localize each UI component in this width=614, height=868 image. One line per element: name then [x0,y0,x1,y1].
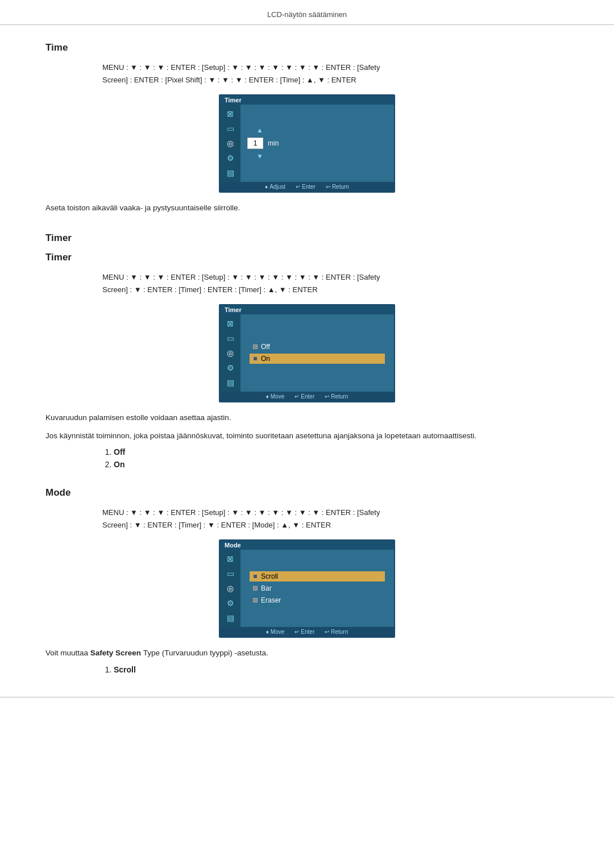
return-label: Return [332,184,349,190]
mode-item-eraser: Eraser [250,595,385,605]
timer-lcd-body: ⊠ ▭ ◎ ⚙ ▤ Off [220,314,394,392]
timer-lcd-screen: Timer ⊠ ▭ ◎ ⚙ ▤ Off [219,304,395,402]
timer-lcd-sidebar: ⊠ ▭ ◎ ⚙ ▤ [220,314,240,392]
timer-sidebar-icon-1: ⊠ [227,319,234,328]
timer-description1: Kuvaruudun palamisen estolle voidaan ase… [45,412,569,424]
timer-lcd-bottom-bar: ♦ Move ↵ Enter ↩ Return [220,392,394,401]
mode-list-item-scroll: Scroll [114,665,569,674]
enter-label: Enter [302,184,316,190]
time-bar-return: ↩ Return [326,184,349,190]
mode-item-scroll: Scroll [250,571,385,582]
timer-bar-enter: ↵ Enter [294,393,314,400]
timer-list-item-off: Off [114,447,569,456]
timer-move-label: Move [271,393,284,400]
mode-list: Scroll Bar Eraser [247,568,387,609]
mode-item-eraser-label: Eraser [261,596,281,604]
mode-lcd-bottom-bar: ♦ Move ↵ Enter ↩ Return [220,627,394,637]
timer-item-off-dot [253,344,258,349]
time-menu-path: MENU : ▼ : ▼ : ▼ : ENTER : [Setup] : ▼ :… [45,61,569,86]
timer-sidebar-icon-3: ◎ [227,348,234,358]
mode-lcd-sidebar: ⊠ ▭ ◎ ⚙ ▤ [220,550,240,627]
timer-section: Timer MENU : ▼ : ▼ : ▼ : ENTER : [Setup]… [45,252,569,469]
mode-item-eraser-dot [253,598,258,603]
mode-bar-enter: ↵ Enter [294,629,314,635]
mode-list-scroll-label: Scroll [114,665,136,674]
mode-enter-label: Enter [301,629,314,635]
timer-sidebar-icon-2: ▭ [227,334,234,343]
timer-enter-icon: ↵ [294,393,299,400]
timer-bar-move: ♦ Move [266,393,285,400]
mode-sidebar-icon-5: ▤ [227,613,234,622]
timer-sidebar-icon-5: ▤ [227,378,234,387]
mode-item-scroll-label: Scroll [261,572,278,580]
time-lcd-wrapper: Timer ⊠ ▭ ◎ ⚙ ▤ ▲ 1 min [45,94,569,193]
timer-move-icon: ♦ [266,393,269,400]
mode-return-icon: ↩ [325,629,329,635]
page-content: Time MENU : ▼ : ▼ : ▼ : ENTER : [Setup] … [0,42,614,674]
mode-lcd-screen: Mode ⊠ ▭ ◎ ⚙ ▤ Scroll [219,539,395,638]
timer-lcd-title: Timer [220,305,394,314]
timer-item-off: Off [250,342,385,352]
sidebar-icon-1: ⊠ [227,109,234,118]
sidebar-icon-5: ▤ [227,168,234,177]
timer-numbered-list: Off On [45,447,569,469]
mode-lcd-body: ⊠ ▭ ◎ ⚙ ▤ Scroll [220,550,394,627]
mode-sidebar-icon-2: ▭ [227,569,234,578]
mode-item-bar-label: Bar [261,584,272,592]
time-lcd-sidebar: ⊠ ▭ ◎ ⚙ ▤ [220,105,240,182]
time-menu-path-line1: MENU : ▼ : ▼ : ▼ : ENTER : [Setup] : ▼ :… [102,63,380,72]
mode-sidebar-icon-4: ⚙ [227,599,234,608]
time-menu-path-line2: Screen] : ENTER : [Pixel Shift] : ▼ : ▼ … [102,76,356,84]
timer-item-on: On [250,354,385,364]
timer-item-off-label: Off [261,343,270,351]
mode-sidebar-icon-1: ⊠ [227,554,234,563]
mode-menu-path-line2: Screen] : ▼ : ENTER : [Timer] : ▼ : ENTE… [102,521,331,529]
timer-description2: Jos käynnistät toiminnon, joka poistaa j… [45,430,569,442]
time-lcd-body: ⊠ ▭ ◎ ⚙ ▤ ▲ 1 min ▼ [220,105,394,182]
mode-section-title: Mode [45,487,569,499]
timer-enter-label: Enter [301,393,314,400]
time-section: Time MENU : ▼ : ▼ : ▼ : ENTER : [Setup] … [45,42,569,214]
time-bar-enter: ↵ Enter [296,184,316,190]
sidebar-icon-3: ◎ [227,139,234,148]
sidebar-icon-4: ⚙ [227,153,234,163]
mode-enter-icon: ↵ [294,629,299,635]
timer-sidebar-icon-4: ⚙ [227,363,234,372]
mode-description: Voit muuttaa Safety Screen Type (Turvaru… [45,647,569,659]
sidebar-icon-2: ▭ [227,124,234,133]
mode-item-bar: Bar [250,583,385,593]
timer-list-item-on: On [114,460,569,469]
timer-list-off-label: Off [114,447,125,456]
timer-item-on-label: On [261,355,270,363]
mode-lcd-wrapper: Mode ⊠ ▭ ◎ ⚙ ▤ Scroll [45,539,569,638]
page-header: LCD-näytön säätäminen [0,0,614,25]
timer-lcd-wrapper: Timer ⊠ ▭ ◎ ⚙ ▤ Off [45,304,569,402]
timer-lcd-main: Off On [240,314,394,392]
return-icon: ↩ [326,184,330,190]
time-lcd-title: Timer [220,95,394,105]
time-control: ▲ 1 min ▼ [247,126,387,160]
page-footer [0,697,614,702]
time-arrow-down: ▼ [256,152,263,160]
mode-move-icon: ♦ [266,629,269,635]
time-bar-adjust: ♦ Adjust [265,184,285,190]
mode-description-bold: Safety Screen [90,649,141,657]
enter-icon: ↵ [296,184,300,190]
time-value-box: 1 min [247,138,279,149]
timer-list: Off On [247,338,387,367]
time-input-value: 1 [247,138,263,149]
mode-lcd-main: Scroll Bar Eraser [240,550,394,627]
timer-section-title: Timer [45,252,569,263]
time-arrow-up: ▲ [256,126,263,134]
mode-move-label: Move [271,629,284,635]
time-description: Aseta toiston aikaväli vaaka- ja pystysu… [45,202,569,214]
timer-item-on-dot [253,356,258,361]
timer-menu-path-line1: MENU : ▼ : ▼ : ▼ : ENTER : [Setup] : ▼ :… [102,273,380,281]
mode-numbered-list: Scroll [45,665,569,674]
mode-item-bar-dot [253,586,258,591]
mode-menu-path-line1: MENU : ▼ : ▼ : ▼ : ENTER : [Setup] : ▼ :… [102,508,380,517]
timer-return-icon: ↩ [325,393,329,400]
mode-menu-path: MENU : ▼ : ▼ : ▼ : ENTER : [Setup] : ▼ :… [45,506,569,531]
page-title: LCD-näytön säätäminen [267,10,347,19]
mode-lcd-title: Mode [220,541,394,550]
